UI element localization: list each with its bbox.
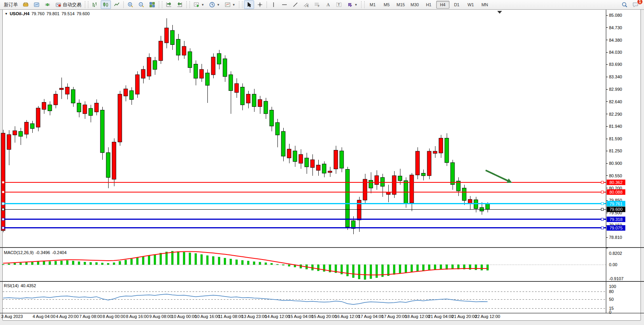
zoom-in-icon — [127, 2, 133, 8]
timeframe-m1-button[interactable]: M1 — [366, 1, 379, 9]
autotrade-icon — [55, 2, 61, 8]
timeframe-m30-button[interactable]: M30 — [408, 1, 421, 9]
svg-text:0.00: 0.00 — [609, 262, 617, 267]
hline-icon — [281, 2, 288, 8]
zoom-out-icon — [138, 2, 144, 8]
data-window-button[interactable] — [32, 0, 42, 9]
timeframe-h4-button[interactable]: H4 — [436, 1, 449, 9]
svg-text:E: E — [307, 5, 309, 7]
chart-shift-icon — [177, 2, 183, 8]
periods-button[interactable]: ▼ — [207, 0, 222, 9]
svg-text:22 Aug 12:00: 22 Aug 12:00 — [475, 314, 500, 319]
timeframe-mn-button[interactable]: MN — [478, 1, 491, 9]
new-chart-icon — [193, 2, 200, 8]
symbol-period: USOil-,H4 — [10, 11, 30, 16]
svg-text:80.550: 80.550 — [609, 173, 622, 178]
line-chart-icon — [114, 2, 120, 8]
auto-scroll-button[interactable] — [164, 0, 174, 9]
chart-ohlc-header: ▼ USOil-,H4 79.760 79.801 79.514 79.600 — [5, 11, 89, 16]
trendline-icon — [292, 2, 298, 8]
equidistant-channel-button[interactable]: E — [301, 0, 311, 9]
new-order-button[interactable]: 新订单 — [2, 0, 20, 9]
signals-button[interactable] — [42, 0, 53, 9]
timeframe-w1-button[interactable]: W1 — [464, 1, 477, 9]
search-button[interactable] — [619, 0, 630, 9]
svg-text:4 Aug 04:00: 4 Aug 04:00 — [33, 314, 56, 319]
timeframe-m15-button[interactable]: M15 — [394, 1, 407, 9]
toolbar-separator — [267, 1, 267, 8]
svg-text:80.362: 80.362 — [609, 180, 623, 185]
svg-text:10 Aug 16:00: 10 Aug 16:00 — [195, 314, 220, 319]
price-chart[interactable]: 85.08084.73084.38084.03083.69083.34082.9… — [0, 9, 644, 325]
zoom-in-button[interactable] — [125, 0, 135, 9]
zoom-out-button[interactable] — [136, 0, 146, 9]
vertical-line-button[interactable] — [268, 0, 279, 9]
vline-icon — [270, 2, 277, 8]
market-watch-button[interactable] — [21, 0, 31, 9]
text-label-button[interactable]: T — [334, 0, 344, 9]
svg-text:8 Aug 00:00: 8 Aug 00:00 — [103, 314, 126, 319]
timeframe-m5-button[interactable]: M5 — [380, 1, 393, 9]
tile-windows-button[interactable] — [147, 0, 157, 9]
templates-button[interactable]: ▼ — [223, 0, 237, 9]
svg-text:79.075: 79.075 — [609, 226, 623, 230]
svg-text:85.080: 85.080 — [609, 13, 622, 18]
svg-text:83.690: 83.690 — [609, 62, 622, 67]
crosshair-button[interactable] — [255, 0, 265, 9]
cursor-button[interactable] — [244, 0, 254, 9]
candle-chart-icon — [103, 2, 109, 8]
timeframe-toolbar: M1M5M15M30H1H4D1W1MN — [366, 1, 492, 9]
chevron-down-icon[interactable]: ▼ — [232, 3, 235, 7]
svg-text:21 Aug 04:00: 21 Aug 04:00 — [428, 314, 454, 319]
fibonacci-icon: F — [314, 2, 320, 8]
horizontal-line-button[interactable] — [279, 0, 290, 9]
svg-text:80: 80 — [609, 289, 614, 294]
svg-text:81.940: 81.940 — [609, 124, 622, 129]
svg-text:80.088: 80.088 — [609, 190, 623, 194]
candlestick-chart-button[interactable] — [101, 0, 111, 9]
trendline-button[interactable] — [290, 0, 300, 9]
svg-text:84.730: 84.730 — [609, 25, 622, 30]
chart-shift-button[interactable] — [175, 0, 185, 9]
shapes-icon — [347, 2, 353, 8]
notifications-button[interactable]: 1 — [630, 0, 640, 9]
chevron-down-icon[interactable]: ▼ — [217, 3, 220, 7]
svg-text:84.380: 84.380 — [609, 38, 622, 42]
new-order-button-label: 新订单 — [4, 2, 18, 8]
market-watch-icon — [23, 2, 29, 8]
auto-trading-button-label: 自动交易 — [63, 2, 81, 8]
auto-trading-button[interactable]: 自动交易 — [53, 0, 83, 9]
svg-text:50: 50 — [609, 297, 614, 302]
data-window-icon — [33, 2, 40, 8]
svg-text:0: 0 — [609, 310, 611, 314]
rsi-indicator-label: RSI(14) 40.4352 — [4, 283, 36, 288]
svg-text:81.250: 81.250 — [609, 148, 622, 153]
text-button[interactable]: A — [323, 0, 333, 9]
toolbar-group-grip — [159, 1, 162, 8]
chevron-down-icon[interactable]: ▼ — [201, 3, 204, 7]
svg-text:9 Aug 08:00: 9 Aug 08:00 — [149, 314, 172, 319]
text-icon: A — [325, 2, 331, 8]
timeframe-d1-button[interactable]: D1 — [450, 1, 463, 9]
collapse-icon[interactable]: ▼ — [5, 12, 8, 16]
chevron-down-icon[interactable]: ▼ — [354, 3, 358, 7]
bar-chart-icon — [92, 2, 98, 8]
timeframe-h1-button[interactable]: H1 — [422, 1, 435, 9]
fibonacci-button[interactable]: F — [312, 0, 322, 9]
bar-chart-button[interactable] — [90, 0, 100, 9]
svg-text:T: T — [338, 3, 340, 7]
svg-text:78.810: 78.810 — [609, 235, 622, 240]
svg-text:79.600: 79.600 — [609, 207, 623, 212]
crosshair-icon — [257, 2, 263, 8]
line-chart-button[interactable] — [112, 0, 122, 9]
new-chart-button[interactable]: ▼ — [191, 0, 206, 9]
svg-text:11 Aug 08:00: 11 Aug 08:00 — [218, 314, 243, 319]
arrows-button[interactable]: ▼ — [345, 0, 360, 9]
toolbar-group-grip — [85, 1, 88, 8]
close-value: 79.600 — [77, 11, 90, 16]
svg-text:21 Aug 20:00: 21 Aug 20:00 — [452, 314, 477, 319]
svg-text:17 Aug 20:00: 17 Aug 20:00 — [382, 314, 407, 319]
svg-text:-0.9107: -0.9107 — [609, 276, 623, 281]
toolbar-separator — [123, 1, 124, 8]
svg-text:83.340: 83.340 — [609, 74, 622, 79]
